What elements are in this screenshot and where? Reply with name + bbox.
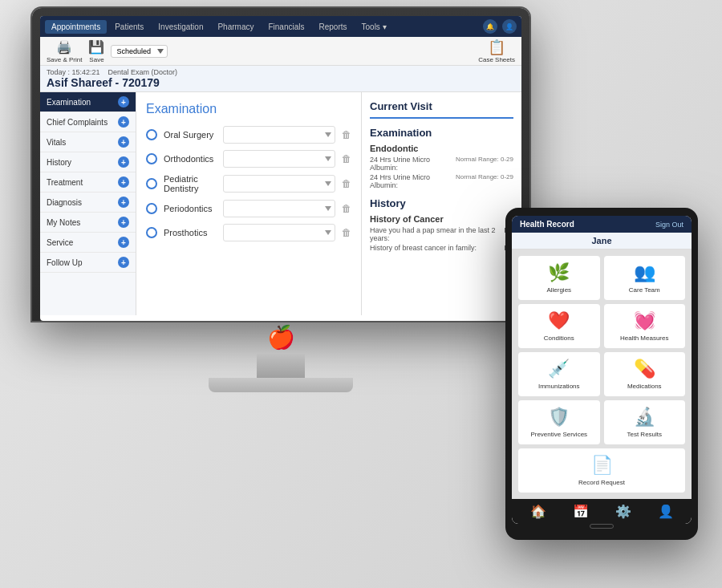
sidebar-item-treatment[interactable]: Treatment + (40, 172, 136, 193)
monitor-neck (257, 354, 305, 378)
save-print-button[interactable]: 🖨️ Save & Print (47, 39, 82, 63)
exam-item-delete-icon[interactable]: 🗑 (342, 178, 351, 189)
save-button[interactable]: 💾 Save (88, 39, 104, 63)
care-team-label: Care Team (629, 286, 660, 294)
tablet-cell-health-measures[interactable]: 💓 Health Measures (604, 304, 686, 348)
case-sheets-button[interactable]: 📋 Case Sheets (478, 39, 515, 63)
notification-icon[interactable]: 🔔 (483, 19, 497, 34)
right-row: 24 Hrs Urine Micro Albumin: Normal Range… (370, 156, 513, 172)
tablet-profile-icon[interactable]: 👤 (658, 504, 674, 519)
exam-item-delete-icon[interactable]: 🗑 (342, 203, 351, 214)
history-cancer-title: History of Cancer (370, 214, 513, 224)
exam-item: Prosthotics 🗑 (146, 224, 351, 241)
sidebar-item-diagnosis[interactable]: Diagnosis + (40, 193, 136, 213)
tablet-cell-preventive[interactable]: 🛡️ Preventive Services (518, 400, 600, 444)
exam-item: Pediatric Dentistry 🗑 (146, 174, 351, 193)
exam-item-pediatric-select[interactable] (223, 175, 335, 193)
sidebar-add-icon[interactable]: + (118, 176, 129, 188)
pap-smear-label: Have you had a pap smear in the last 2 y… (370, 226, 504, 242)
exam-item-periodontics-select[interactable] (223, 200, 335, 217)
right-normal-range: Normal Range: 0-29 (456, 156, 513, 172)
tablet-home-button[interactable] (590, 524, 614, 529)
exam-item-delete-icon[interactable]: 🗑 (342, 129, 351, 140)
print-icon: 🖨️ (56, 39, 72, 55)
tablet-cell-conditions[interactable]: ❤️ Conditions (518, 304, 600, 348)
nav-investigation[interactable]: Investigation (152, 20, 209, 34)
tablet-settings-icon[interactable]: ⚙️ (615, 504, 631, 519)
allergies-icon: 🌿 (548, 262, 570, 283)
tablet-cell-immunizations[interactable]: 💉 Immunizations (518, 352, 600, 396)
nav-financials[interactable]: Financials (262, 20, 310, 34)
sidebar-add-icon[interactable]: + (118, 136, 129, 148)
exam-item-prosthotics: Prosthotics (164, 228, 217, 237)
sidebar-add-icon[interactable]: + (118, 237, 129, 248)
nav-reports[interactable]: Reports (313, 20, 354, 34)
main-panel: Examination Oral Surgery 🗑 Orthodontics (136, 92, 361, 315)
save-print-label: Save & Print (47, 56, 82, 63)
medications-label: Medications (627, 383, 662, 390)
exam-item-prosthotics-select[interactable] (223, 224, 335, 241)
sidebar-add-icon[interactable]: + (118, 217, 129, 228)
tablet-title: Health Record (520, 220, 574, 229)
sidebar-item-examination[interactable]: Examination + (40, 92, 136, 112)
exam-item-delete-icon[interactable]: 🗑 (342, 153, 351, 164)
content-area: Examination + Chief Complaints + Vitals … (40, 92, 521, 315)
right-panel-title: Current Visit (370, 100, 513, 119)
sidebar-add-icon[interactable]: + (118, 197, 129, 208)
save-icon: 💾 (88, 39, 104, 55)
nav-patients[interactable]: Patients (108, 20, 150, 34)
sidebar-add-icon[interactable]: + (118, 257, 129, 268)
tablet-bottom-bar: 🏠 📅 ⚙️ 👤 (512, 499, 692, 524)
exam-item-orthodontics-select[interactable] (223, 150, 335, 168)
sidebar-item-follow-up[interactable]: Follow Up + (40, 253, 136, 273)
tablet-signout-button[interactable]: Sign Out (655, 221, 683, 229)
tablet-cell-allergies[interactable]: 🌿 Allergies (518, 256, 600, 300)
test-results-icon: 🔬 (634, 407, 655, 428)
patient-date: Today : 15:42:21 Dental Exam (Doctor) (47, 68, 515, 76)
care-team-icon: 👥 (634, 262, 655, 283)
monitor: Appointments Patients Investigation Phar… (32, 8, 529, 392)
sidebar-item-vitals[interactable]: Vitals + (40, 132, 136, 152)
right-examination-title: Examination (370, 127, 513, 139)
toolbar: 🖨️ Save & Print 💾 Save Scheduled 📋 Case … (40, 37, 521, 66)
monitor-screen: Appointments Patients Investigation Phar… (40, 16, 521, 321)
sidebar-add-icon[interactable]: + (118, 116, 129, 128)
tablet: Health Record Sign Out Jane 🌿 Allergies … (505, 208, 698, 540)
breast-cancer-label: History of breast cancer in family: (370, 244, 504, 252)
exam-item-icon (146, 203, 157, 214)
sidebar-add-icon[interactable]: + (118, 156, 129, 168)
sidebar-item-service[interactable]: Service + (40, 233, 136, 253)
record-request-icon: 📄 (591, 455, 613, 476)
tablet-calendar-icon[interactable]: 📅 (573, 504, 589, 519)
record-request-label: Record Request (578, 479, 625, 486)
nav-tools[interactable]: Tools ▾ (355, 20, 393, 34)
nav-appointments[interactable]: Appointments (45, 20, 107, 34)
tablet-cell-test-results[interactable]: 🔬 Test Results (604, 400, 686, 444)
tablet-screen: Health Record Sign Out Jane 🌿 Allergies … (512, 216, 692, 524)
immunizations-label: Immunizations (538, 383, 580, 390)
exam-item-icon (146, 153, 157, 164)
sidebar-item-chief-complaints[interactable]: Chief Complaints + (40, 112, 136, 132)
tablet-home-icon[interactable]: 🏠 (530, 504, 546, 519)
save-label: Save (89, 56, 103, 63)
exam-item-delete-icon[interactable]: 🗑 (342, 227, 351, 238)
right-panel: Current Visit Examination Endodontic 24 … (361, 92, 521, 315)
right-history-cancer: History of Cancer Have you had a pap sme… (370, 214, 513, 252)
conditions-label: Conditions (544, 335, 574, 342)
status-select[interactable]: Scheduled (111, 45, 168, 58)
case-sheets-label: Case Sheets (478, 56, 515, 63)
tablet-cell-care-team[interactable]: 👥 Care Team (604, 256, 686, 300)
exam-item-icon (146, 178, 157, 189)
exam-item-oral-surgery-select[interactable] (223, 126, 335, 144)
exam-item-icon (146, 129, 157, 140)
panel-title: Examination (146, 102, 351, 116)
tablet-cell-record-request[interactable]: 📄 Record Request (518, 448, 685, 493)
sidebar-item-history[interactable]: History + (40, 152, 136, 172)
nav-pharmacy[interactable]: Pharmacy (211, 20, 260, 34)
apple-logo: 🍎 (32, 324, 529, 351)
user-avatar[interactable]: 👤 (502, 19, 517, 34)
sidebar-item-my-notes[interactable]: My Notes + (40, 213, 136, 233)
right-row: Have you had a pap smear in the last 2 y… (370, 226, 513, 242)
tablet-cell-medications[interactable]: 💊 Medications (604, 352, 686, 396)
sidebar-add-icon[interactable]: + (118, 96, 129, 107)
